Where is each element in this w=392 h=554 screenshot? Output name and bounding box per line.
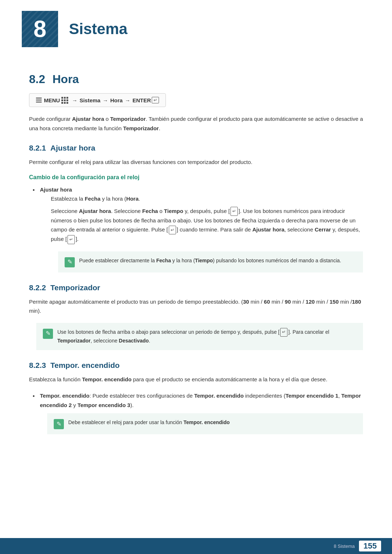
- menu-icon: [35, 97, 42, 104]
- note-icon-3: [54, 419, 64, 429]
- chapter-number-text: 8: [33, 16, 46, 42]
- page-footer: 8 Sistema 155: [0, 538, 392, 554]
- menu-item-2: Hora: [110, 97, 123, 103]
- menu-arrow-1: →: [72, 97, 77, 103]
- tempor-encendido-intro: Establezca la función Tempor. encendido …: [29, 375, 363, 384]
- menu-item-1: Sistema: [79, 97, 101, 103]
- content-area: 8.2Hora MENU → Sistema → Hora: [0, 54, 392, 462]
- menu-item-3: ENTER: [132, 97, 151, 103]
- enter-icon-1: ↵: [230, 207, 238, 216]
- subsection-8-2-1-intro: Permite configurar el reloj para utiliza…: [29, 157, 363, 167]
- menu-path: MENU → Sistema → Hora → ENTER ↵: [29, 93, 166, 107]
- menu-grid-icon: [61, 97, 68, 104]
- bullet-ajustar-hora: Ajustar hora Establezca la Fecha y la ho…: [33, 185, 363, 272]
- enter-icon-4: ↵: [280, 328, 287, 337]
- chapter-title: Sistema: [69, 20, 127, 38]
- section-8-2-intro: Puede configurar Ajustar hora o Temporiz…: [29, 114, 363, 133]
- enter-icon-2: ↵: [169, 226, 176, 234]
- bullet-tempor-encendido: Tempor. encendido: Puede establecer tres…: [33, 391, 363, 434]
- subsubsection-clock-change: Cambio de la configuración para el reloj: [29, 174, 363, 181]
- note-box-8-2-3: Debe establecer el reloj para poder usar…: [47, 413, 363, 434]
- tempor-encendido-list: Tempor. encendido: Puede establecer tres…: [29, 391, 363, 434]
- subsection-8-2-3-title: 8.2.3Tempor. encendido: [29, 361, 363, 370]
- ajustar-hora-paragraph2: Seleccione Ajustar hora. Seleccione Fech…: [51, 206, 363, 244]
- svg-rect-1: [36, 100, 42, 101]
- note-text-8-2-3: Debe establecer el reloj para poder usar…: [68, 418, 356, 427]
- temporizador-intro: Permite apagar automáticamente el produc…: [29, 297, 363, 316]
- subsection-8-2-2-title: 8.2.2Temporizador: [29, 283, 363, 292]
- note-icon-2: [43, 329, 53, 339]
- chapter-header: 8 Sistema: [0, 0, 392, 54]
- ajustar-hora-list: Ajustar hora Establezca la Fecha y la ho…: [29, 185, 363, 272]
- svg-rect-0: [36, 98, 42, 99]
- note-text-8-2-2: Use los botones de flecha arriba o abajo…: [57, 328, 356, 345]
- enter-key-icon: ↵: [152, 97, 159, 103]
- bullet-ajustar-hora-content: Establezca la Fecha y la hora (Hora. Sel…: [40, 194, 363, 272]
- footer-text: 8 Sistema: [334, 543, 355, 549]
- menu-arrow-3: →: [125, 97, 130, 103]
- enter-icon-3: ↵: [68, 235, 75, 244]
- note-text-8-2-1: Puede establecer directamente la Fecha y…: [79, 257, 356, 265]
- menu-arrow-2: →: [103, 97, 108, 103]
- note-box-8-2-2: Use los botones de flecha arriba o abajo…: [36, 323, 363, 350]
- note-box-8-2-1: Puede establecer directamente la Fecha y…: [58, 251, 363, 272]
- section-8-2-title: 8.2Hora: [29, 73, 363, 86]
- ajustar-hora-line1: Establezca la Fecha y la hora (Hora.: [51, 194, 363, 204]
- page-number: 155: [359, 541, 381, 551]
- menu-label: MENU: [44, 97, 60, 103]
- chapter-number: 8: [22, 11, 58, 47]
- svg-rect-2: [36, 102, 42, 103]
- note-icon: [65, 257, 75, 267]
- subsection-8-2-1-title: 8.2.1Ajustar hora: [29, 144, 363, 152]
